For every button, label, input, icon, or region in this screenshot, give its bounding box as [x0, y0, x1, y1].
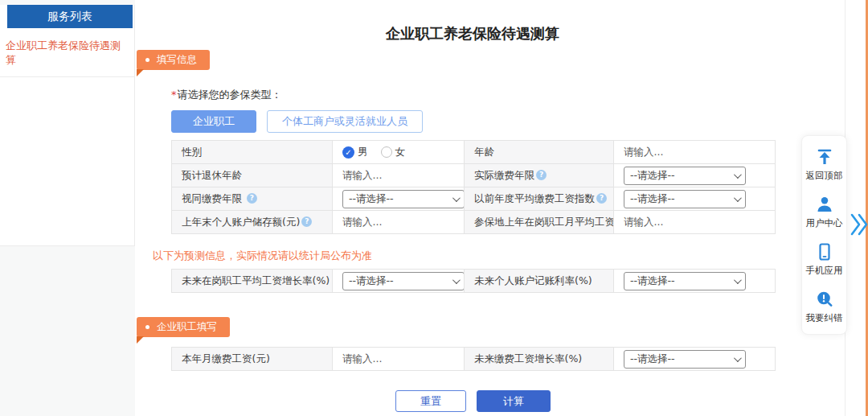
mobile-app-icon — [815, 242, 834, 262]
actual-payment-years-cell: --请选择-- — [614, 164, 776, 187]
personal-account-balance-label: 上年末个人账户储存额(元) — [172, 211, 333, 234]
mobile-app-button[interactable]: 手机应用 — [806, 242, 843, 277]
table-row: 本年月缴费工资(元) 请输入... 未来缴费工资增长率(%) --请选择-- — [172, 348, 776, 371]
future-account-rate-cell: --请选择-- — [614, 270, 776, 293]
help-icon[interactable] — [247, 193, 257, 204]
expected-retirement-age-cell: 请输入... — [333, 164, 465, 187]
chevron-down-icon — [734, 194, 742, 202]
table-row: 未来在岗职工平均工资增长率(%) --请选择-- 未来个人账户记账利率(%) -… — [172, 270, 776, 293]
forecast-note: 以下为预测信息，实际情况请以统计局公布为准 — [153, 249, 845, 263]
user-center-icon — [815, 195, 834, 214]
age-cell: 请输入... — [614, 141, 776, 164]
chevron-down-icon — [734, 276, 742, 284]
future-account-rate-select[interactable]: --请选择-- — [624, 272, 746, 290]
section-badge-label: 企业职工填写 — [157, 320, 217, 334]
table-row: 预计退休年龄 请输入... 实际缴费年限 --请选择-- — [172, 164, 776, 187]
actual-payment-years-select[interactable]: --请选择-- — [624, 167, 746, 185]
future-payment-wage-growth-cell: --请选择-- — [614, 348, 776, 371]
help-icon[interactable] — [301, 216, 312, 227]
back-to-top-button[interactable]: 返回顶部 — [806, 147, 843, 182]
double-chevron-right-icon — [850, 228, 868, 240]
age-label: 年龄 — [465, 141, 614, 164]
service-list-header: 服务列表 — [7, 5, 133, 28]
action-buttons: 重置 计算 — [171, 390, 775, 412]
deemed-payment-years-label: 视同缴费年限 — [172, 187, 333, 211]
expected-retirement-age-label: 预计退休年龄 — [172, 164, 333, 187]
section-badge-fill-info: 填写信息 — [137, 50, 210, 70]
report-error-button[interactable]: 我要纠错 — [806, 290, 843, 324]
actual-payment-years-label: 实际缴费年限 — [465, 164, 614, 187]
toolbar-expand-button[interactable] — [850, 212, 868, 240]
gender-female-label: 女 — [395, 146, 406, 159]
current-monthly-wage-input[interactable]: 请输入... — [342, 352, 382, 365]
gender-male-radio[interactable] — [342, 146, 354, 159]
table-row: 上年末个人账户储存额(元) 请输入... 参保地上年在岗职工月平均工资(元) 请… — [172, 211, 776, 234]
table-row: 性别 男 女 年龄 请输入... — [172, 141, 776, 164]
future-wage-growth-label: 未来在岗职工平均工资增长率(%) — [172, 270, 333, 293]
chevron-down-icon — [452, 276, 461, 284]
section-badge-employee-fill: 企业职工填写 — [137, 317, 230, 337]
expected-retirement-age-input[interactable]: 请输入... — [342, 169, 382, 181]
local-avg-monthly-wage-input[interactable]: 请输入... — [624, 216, 663, 228]
personal-account-balance-input[interactable]: 请输入... — [342, 216, 382, 228]
local-avg-monthly-wage-cell: 请输入... — [614, 211, 776, 234]
deemed-payment-years-select[interactable]: --请选择-- — [342, 190, 465, 208]
personal-account-balance-cell: 请输入... — [333, 211, 465, 234]
current-monthly-wage-cell: 请输入... — [333, 348, 465, 371]
future-wage-growth-select[interactable]: --请选择-- — [342, 272, 465, 290]
forecast-table: 未来在岗职工平均工资增长率(%) --请选择-- 未来个人账户记账利率(%) -… — [171, 269, 776, 293]
future-payment-wage-growth-label: 未来缴费工资增长率(%) — [465, 348, 614, 371]
reset-button[interactable]: 重置 — [395, 390, 466, 412]
service-list-panel: 服务列表 企业职工养老保险待遇测算 — [0, 5, 135, 246]
help-icon[interactable] — [596, 193, 607, 204]
deemed-payment-years-cell: --请选择-- — [333, 187, 465, 211]
insurance-type-options: 企业职工 个体工商户或灵活就业人员 — [171, 110, 845, 133]
current-monthly-wage-label: 本年月缴费工资(元) — [172, 348, 333, 371]
back-to-top-icon — [815, 147, 834, 167]
age-input[interactable]: 请输入... — [624, 146, 663, 158]
insurance-type-prompt: *请选择您的参保类型： — [171, 88, 845, 102]
section-badge-label: 填写信息 — [157, 53, 197, 67]
calculate-button[interactable]: 计算 — [477, 390, 551, 412]
user-center-label: 用户中心 — [806, 217, 843, 229]
type-button-enterprise-employee[interactable]: 企业职工 — [171, 110, 256, 133]
mobile-app-label: 手机应用 — [806, 265, 843, 277]
gender-cell: 男 女 — [333, 141, 465, 164]
user-center-button[interactable]: 用户中心 — [806, 195, 843, 229]
type-button-self-employed[interactable]: 个体工商户或灵活就业人员 — [267, 110, 423, 133]
gender-male-label: 男 — [358, 146, 368, 159]
future-account-rate-label: 未来个人账户记账利率(%) — [465, 270, 614, 293]
future-wage-growth-cell: --请选择-- — [333, 270, 465, 293]
help-icon[interactable] — [536, 170, 547, 180]
report-error-icon — [815, 290, 834, 309]
avg-payment-wage-index-cell: --请选择-- — [614, 187, 776, 211]
chevron-down-icon — [734, 171, 742, 179]
page-title: 企业职工养老保险待遇测算 — [135, 24, 810, 43]
basic-info-table: 性别 男 女 年龄 请输入... 预计退休年龄 请输入... 实际缴费年限 --… — [171, 140, 776, 234]
chevron-down-icon — [452, 194, 461, 202]
avg-payment-wage-index-select[interactable]: --请选择-- — [624, 190, 746, 208]
floating-toolbar: 返回顶部 用户中心 手机应用 我要纠错 — [801, 135, 847, 335]
main-content: 企业职工养老保险待遇测算 填写信息 *请选择您的参保类型： 企业职工 个体工商户… — [135, 0, 845, 416]
avg-payment-wage-index-label: 以前年度平均缴费工资指数 — [465, 187, 614, 211]
sidebar-item-pension-calc[interactable]: 企业职工养老保险待遇测算 — [0, 28, 134, 77]
chevron-down-icon — [734, 354, 742, 362]
local-avg-monthly-wage-label: 参保地上年在岗职工月平均工资(元) — [465, 211, 614, 234]
left-sidebar: 服务列表 企业职工养老保险待遇测算 — [0, 0, 135, 416]
gender-female-radio[interactable] — [381, 146, 392, 158]
gender-label: 性别 — [172, 141, 333, 164]
back-to-top-label: 返回顶部 — [806, 170, 843, 182]
future-payment-wage-growth-select[interactable]: --请选择-- — [624, 350, 746, 369]
required-asterisk: * — [171, 89, 177, 101]
table-row: 视同缴费年限 --请选择-- 以前年度平均缴费工资指数 --请选择-- — [172, 187, 776, 211]
report-error-label: 我要纠错 — [806, 312, 843, 324]
employee-fill-table: 本年月缴费工资(元) 请输入... 未来缴费工资增长率(%) --请选择-- — [171, 347, 776, 371]
